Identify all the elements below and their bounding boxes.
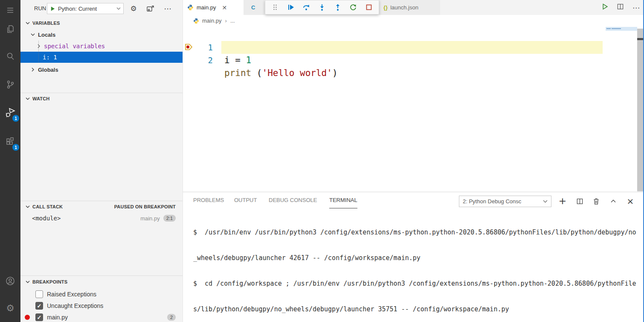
chevron-down-icon	[26, 97, 30, 101]
tab-main-py[interactable]: main.py ✕	[183, 0, 244, 15]
step-into-icon[interactable]	[316, 2, 328, 13]
globals-scope-row[interactable]: Globals	[20, 64, 183, 75]
menu-icon[interactable]	[0, 0, 20, 20]
section-divider	[20, 93, 183, 93]
chevron-down-icon	[116, 6, 121, 11]
more-actions-icon[interactable]: ⋯	[162, 3, 173, 14]
tab-partial[interactable]: C	[244, 0, 265, 15]
start-debug-icon[interactable]	[50, 6, 55, 12]
vscode-window: 1 1 ⚙ RUN Python: Current ⚙	[0, 0, 644, 322]
code-line-2: print ('Hello world')	[224, 67, 338, 79]
paused-status: PAUSED ON BREAKPOINT	[114, 204, 176, 209]
tab-problems[interactable]: PROBLEMS	[193, 192, 224, 208]
terminal-line: $ cd /config/workspace ; /usr/bin/env /u…	[193, 279, 641, 288]
extensions-icon[interactable]: 1	[0, 132, 20, 152]
tab-output[interactable]: OUTPUT	[234, 192, 257, 208]
stop-icon[interactable]	[363, 2, 374, 13]
chevron-down-icon	[26, 205, 30, 209]
open-launch-config-gear-icon[interactable]: ⚙	[128, 3, 139, 14]
call-stack-section-header[interactable]: CALL STACK PAUSED ON BREAKPOINT	[20, 202, 183, 212]
step-over-icon[interactable]	[301, 2, 312, 13]
breakpoints-section-header[interactable]: BREAKPOINTS	[20, 277, 183, 287]
editor-group: main.py ✕ C {} launch.json ⋯	[183, 0, 644, 192]
chevron-down-icon	[31, 32, 35, 37]
variables-section-header[interactable]: VARIABLES	[20, 18, 183, 28]
chevron-down-icon	[543, 199, 548, 204]
close-panel-icon[interactable]: ×	[624, 195, 636, 207]
run-and-debug-icon[interactable]: 1	[0, 102, 20, 123]
debug-badge: 1	[12, 115, 19, 122]
close-icon[interactable]: ✕	[222, 4, 227, 11]
raised-exceptions-checkbox[interactable]	[35, 290, 43, 298]
step-out-icon[interactable]	[332, 2, 343, 13]
file-breakpoint-checkbox[interactable]	[35, 313, 43, 321]
frame-file: main.py	[140, 215, 160, 222]
extensions-badge: 1	[12, 144, 19, 151]
debug-config-value: Python: Current	[58, 6, 116, 12]
section-divider	[20, 201, 183, 201]
frame-name: <module>	[32, 215, 61, 222]
more-actions-icon[interactable]: ⋯	[632, 3, 640, 12]
python-icon	[193, 18, 199, 24]
breadcrumb[interactable]: main.py › ...	[183, 15, 644, 26]
code-area[interactable]: 1 i = 1 2 print ('Hello world')	[183, 26, 644, 192]
breakpoint-dot-icon	[25, 315, 30, 320]
locals-scope-row[interactable]: Locals	[20, 29, 183, 40]
debug-sidebar: RUN Python: Current ⚙ ⋯ VARIABLES Locals	[20, 0, 183, 322]
continue-icon[interactable]	[285, 2, 296, 13]
maximize-panel-icon[interactable]	[607, 195, 619, 207]
run-python-file-icon[interactable]	[602, 3, 608, 12]
chevron-right-icon	[37, 44, 41, 48]
source-control-icon[interactable]	[0, 74, 20, 95]
indent-guide	[38, 41, 39, 63]
terminal-line: s/lib/python/debugpy/no_wheels/debugpy/l…	[193, 305, 641, 313]
line-number: 2	[196, 54, 213, 67]
call-stack-frame-row[interactable]: <module> main.py 2:1	[20, 213, 183, 224]
breakpoint-row-raised-exceptions[interactable]: Raised Exceptions	[20, 289, 183, 300]
debug-toolbar	[265, 0, 379, 15]
breakpoint-row-uncaught-exceptions[interactable]: Uncaught Exceptions	[20, 300, 183, 311]
uncaught-exceptions-checkbox[interactable]	[35, 302, 43, 310]
tab-debug-console[interactable]: DEBUG CONSOLE	[269, 192, 317, 208]
breadcrumb-more[interactable]: ...	[230, 18, 235, 24]
terminal-line: $ /usr/bin/env /usr/bin/python3 /config/…	[193, 228, 641, 237]
split-editor-icon[interactable]	[617, 3, 624, 12]
braces-icon: {}	[383, 4, 388, 11]
breakpoint-count-badge: 2	[167, 314, 176, 321]
debug-config-dropdown[interactable]: Python: Current	[47, 3, 124, 14]
settings-gear-icon[interactable]: ⚙	[0, 298, 20, 319]
run-label: RUN	[34, 5, 46, 12]
toolbar-grip-icon[interactable]	[270, 2, 281, 13]
kill-terminal-icon[interactable]	[590, 195, 602, 207]
variable-row-selected[interactable]: i: 1	[20, 52, 183, 63]
tab-launch-json[interactable]: {} launch.json	[379, 0, 441, 15]
chevron-right-icon	[31, 67, 35, 72]
tab-terminal[interactable]: TERMINAL	[329, 192, 357, 208]
section-divider	[20, 275, 183, 276]
editor-tab-bar: main.py ✕ C {} launch.json ⋯	[183, 0, 644, 15]
debug-console-icon[interactable]	[145, 3, 155, 14]
account-icon[interactable]	[0, 271, 20, 291]
new-terminal-icon[interactable]: +	[557, 195, 569, 207]
frame-location-badge: 2:1	[163, 215, 176, 222]
terminal-selector-dropdown[interactable]: 2: Python Debug Consc	[459, 196, 551, 207]
activity-bar: 1 1 ⚙	[0, 0, 20, 322]
special-variables-row[interactable]: special variables	[20, 41, 183, 52]
minimap[interactable]	[606, 27, 637, 31]
breakpoint-row-file[interactable]: main.py 2	[20, 312, 183, 322]
search-icon[interactable]	[0, 46, 20, 67]
terminal-line: _wheels/debugpy/launcher 42617 -- /confi…	[193, 254, 641, 262]
split-terminal-icon[interactable]	[574, 195, 586, 207]
chevron-down-icon	[26, 280, 30, 284]
restart-icon[interactable]	[348, 2, 359, 13]
run-toolbar: RUN Python: Current ⚙ ⋯	[20, 0, 183, 17]
python-icon	[187, 4, 194, 11]
chevron-down-icon	[26, 21, 30, 25]
breadcrumb-chevron-icon: ›	[225, 18, 227, 24]
explorer-icon[interactable]	[0, 19, 20, 39]
watch-section-header[interactable]: WATCH	[20, 94, 183, 104]
code-line-1: i = 1	[224, 54, 251, 67]
terminal-output[interactable]: $ /usr/bin/env /usr/bin/python3 /config/…	[193, 211, 641, 320]
editor-actions: ⋯	[602, 0, 640, 15]
breadcrumb-file[interactable]: main.py	[202, 18, 222, 24]
